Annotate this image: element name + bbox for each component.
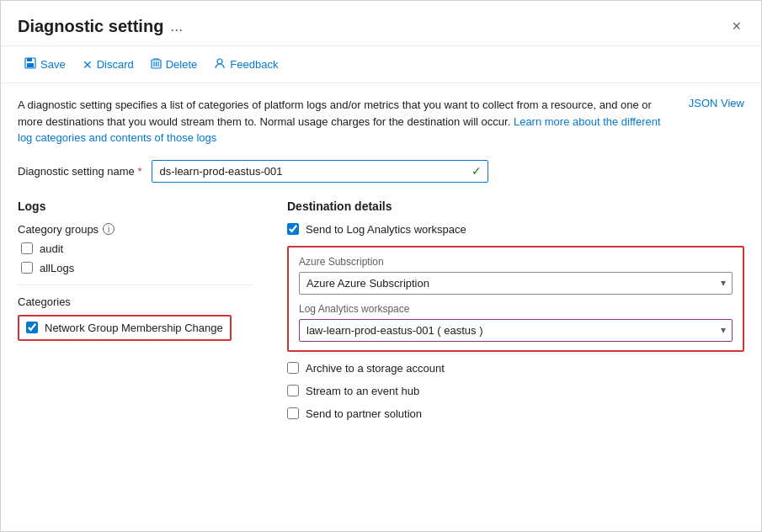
audit-checkbox[interactable] [21,242,33,254]
destination-section-title: Destination details [287,200,744,213]
stream-checkbox[interactable] [287,385,299,396]
alllogs-checkbox[interactable] [21,262,33,274]
workspace-select[interactable]: law-learn-prod-eastus-001 ( eastus ) [299,319,733,342]
delete-button[interactable]: Delete [144,53,205,76]
description-row: A diagnostic setting specifies a list of… [18,97,744,146]
azure-subscription-select[interactable]: Azure Azure Subscription [299,272,733,295]
setting-name-label: Diagnostic setting name * [18,165,141,178]
description-text: A diagnostic setting specifies a list of… [18,97,674,146]
stream-row: Stream to an event hub [287,385,744,397]
log-analytics-checkbox[interactable] [287,223,299,235]
alllogs-checkbox-row: allLogs [18,262,253,274]
log-analytics-row: Send to Log Analytics workspace [287,223,744,236]
alllogs-label: allLogs [40,262,74,274]
input-valid-icon: ✓ [472,164,482,178]
log-analytics-label: Send to Log Analytics workspace [306,223,466,236]
network-group-item: Network Group Membership Change [18,315,232,341]
save-label: Save [40,58,66,71]
dialog-header: Diagnostic setting ... × [1,1,761,46]
partner-row: Send to partner solution [287,407,744,420]
logs-section-title: Logs [18,200,253,213]
diagnostic-setting-dialog: Diagnostic setting ... × Save ✕ Discard … [0,0,762,532]
svg-rect-2 [27,63,34,67]
setting-name-input-wrapper: ✓ [152,160,488,183]
destination-section: Destination details Send to Log Analytic… [287,200,744,430]
save-icon [24,57,36,72]
partner-label: Send to partner solution [306,407,422,420]
audit-label: audit [40,242,63,255]
title-area: Diagnostic setting ... [18,17,183,36]
partner-checkbox[interactable] [287,407,299,419]
main-columns: Logs Category groups i audit allLogs Cat… [18,200,744,430]
close-button[interactable]: × [728,14,744,39]
archive-label: Archive to a storage account [306,362,445,375]
workspace-label: Log Analytics workspace [299,303,733,315]
feedback-icon [214,57,226,72]
logs-divider [18,285,253,285]
workspace-select-wrapper: law-learn-prod-eastus-001 ( eastus ) ▾ [299,319,733,342]
discard-label: Discard [97,58,134,71]
stream-label: Stream to an event hub [306,385,419,397]
discard-icon: ✕ [83,58,93,72]
delete-icon [151,57,162,72]
azure-subscription-select-wrapper: Azure Azure Subscription ▾ [299,272,733,295]
feedback-label: Feedback [230,58,278,71]
setting-name-row: Diagnostic setting name * ✓ [18,160,744,183]
content-area: A diagnostic setting specifies a list of… [1,83,761,531]
network-group-label: Network Group Membership Change [45,322,223,334]
archive-checkbox[interactable] [287,362,299,374]
svg-rect-1 [27,58,32,61]
required-indicator: * [137,165,141,178]
delete-label: Delete [166,58,198,71]
network-group-checkbox[interactable] [26,322,38,333]
save-button[interactable]: Save [18,53,72,76]
azure-subscription-box: Azure Subscription Azure Azure Subscript… [287,246,744,352]
info-icon[interactable]: i [103,223,115,235]
setting-name-input[interactable] [152,160,488,183]
toolbar: Save ✕ Discard Delete Feedback [1,46,761,83]
discard-button[interactable]: ✕ Discard [76,54,141,76]
categories-title: Categories [18,295,253,308]
logs-section: Logs Category groups i audit allLogs Cat… [18,200,253,430]
category-groups-title: Category groups i [18,223,253,236]
audit-checkbox-row: audit [18,242,253,255]
azure-subscription-label: Azure Subscription [299,256,733,268]
dialog-more-options[interactable]: ... [170,18,183,35]
archive-row: Archive to a storage account [287,362,744,375]
json-view-link[interactable]: JSON View [689,97,744,109]
dialog-title: Diagnostic setting [18,17,163,36]
svg-point-7 [217,59,222,64]
feedback-button[interactable]: Feedback [207,53,285,76]
